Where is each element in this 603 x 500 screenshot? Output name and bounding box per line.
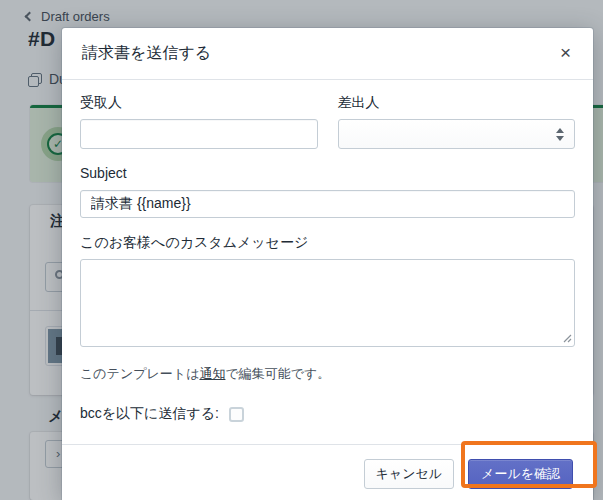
select-updown-icon [556,128,564,141]
dialog-title: 請求書を送信する [82,44,211,62]
close-icon[interactable]: × [558,44,573,62]
sender-select[interactable] [338,119,576,149]
custom-message-label: このお客様へのカスタムメッセージ [80,234,575,251]
template-note: このテンプレートは通知で編集可能です。 [80,365,575,383]
dialog-footer: キャンセル メールを確認 [62,445,593,500]
bcc-checkbox[interactable] [229,407,244,422]
cancel-button[interactable]: キャンセル [364,459,455,489]
dialog-header: 請求書を送信する × [62,28,593,80]
bcc-row: bccを以下に送信する: [80,405,575,423]
confirm-email-button[interactable]: メールを確認 [468,459,573,489]
custom-message-textarea[interactable] [80,259,575,347]
bcc-label: bccを以下に送信する: [80,405,219,423]
send-invoice-dialog: 請求書を送信する × 受取人 差出人 [62,28,593,500]
resize-handle-icon[interactable] [562,333,572,343]
subject-input[interactable] [80,190,575,218]
notification-settings-link[interactable]: 通知 [199,366,225,381]
recipient-input[interactable] [80,119,318,149]
sender-label: 差出人 [338,94,576,111]
recipient-label: 受取人 [80,94,318,111]
screen: Draft orders #D Du ✓ 注 メ › 請求書を送信する × 受取… [0,0,603,500]
subject-label: Subject [80,165,575,182]
dialog-body: 受取人 差出人 Subject このお客様 [62,80,593,445]
